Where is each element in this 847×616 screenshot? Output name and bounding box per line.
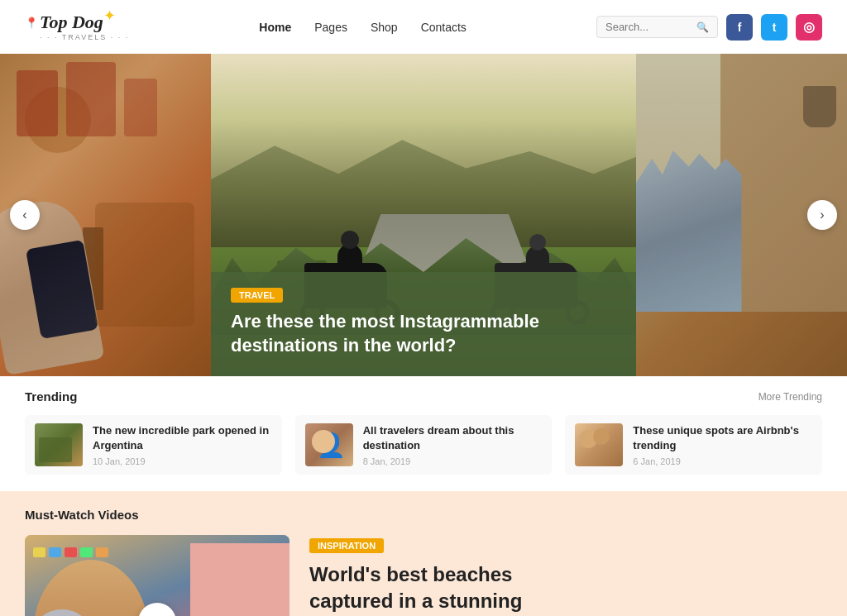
hero-caption: Travel Are these the most Instagrammable…: [211, 272, 636, 376]
trending-info-2: All travelers dream about this destinati…: [363, 423, 543, 466]
twitter-button[interactable]: t: [761, 14, 787, 41]
must-watch-content: ▶ Inspiration World's best beaches captu…: [25, 535, 822, 616]
logo-text: Top Dog: [40, 13, 103, 31]
more-trending-link[interactable]: More Trending: [758, 391, 822, 403]
main-nav: Home Pages Shop Contacts: [259, 21, 467, 34]
logo-pin-icon: 📍: [25, 17, 38, 29]
trending-date-2: 8 Jan, 2019: [363, 456, 543, 466]
trending-header: Trending More Trending: [25, 389, 822, 404]
trending-item-title-1: The new incredible park opened in Argent…: [93, 423, 272, 453]
hero-category-tag: Travel: [231, 288, 283, 303]
trending-item[interactable]: The new incredible park opened in Argent…: [25, 415, 282, 475]
logo[interactable]: 📍 Top Dog ✦ · · · TRAVELS · · ·: [25, 13, 129, 41]
chevron-left-icon: ‹: [22, 208, 26, 222]
facebook-button[interactable]: f: [726, 14, 753, 41]
video-info: Inspiration World's best beaches capture…: [309, 535, 822, 616]
trending-info-1: The new incredible park opened in Argent…: [93, 423, 272, 466]
trending-date-3: 6 Jan, 2019: [633, 456, 812, 466]
trending-title: Trending: [25, 389, 77, 404]
nav-pages[interactable]: Pages: [314, 21, 347, 34]
hero-slide-title: Are these the most Instagrammable destin…: [231, 309, 545, 358]
slider-next-button[interactable]: ›: [807, 200, 837, 230]
nav-home[interactable]: Home: [259, 21, 291, 34]
video-category-tag: Inspiration: [309, 538, 384, 553]
nav-shop[interactable]: Shop: [371, 21, 398, 34]
trending-info-3: These unique spots are Airbnb's trending…: [633, 423, 812, 466]
must-watch-title: Must-Watch Videos: [25, 508, 822, 522]
trending-items-list: The new incredible park opened in Argent…: [25, 415, 822, 475]
trending-item-3[interactable]: These unique spots are Airbnb's trending…: [565, 415, 822, 475]
header: 📍 Top Dog ✦ · · · TRAVELS · · · Home Pag…: [0, 0, 847, 54]
trending-thumb-1: [35, 423, 83, 466]
trending-thumb-2: [305, 423, 353, 466]
hero-slider: ‹: [0, 54, 847, 376]
header-right: 🔍 f t ◎: [596, 14, 822, 41]
logo-star-icon: ✦: [103, 7, 116, 25]
instagram-button[interactable]: ◎: [796, 14, 822, 41]
hero-main-slide: Travel Are these the most Instagrammable…: [211, 54, 636, 376]
must-watch-section: Must-Watch Videos ▶: [0, 491, 847, 616]
video-title: World's best beaches captured in a stunn…: [309, 561, 822, 616]
nav-contacts[interactable]: Contacts: [421, 21, 467, 34]
trending-item-title-3: These unique spots are Airbnb's trending: [633, 423, 812, 453]
logo-subtitle: · · · TRAVELS · · ·: [40, 33, 129, 41]
search-icon[interactable]: 🔍: [696, 21, 709, 33]
trending-item-title-2: All travelers dream about this destinati…: [363, 423, 543, 453]
trending-thumb-3: [575, 423, 623, 466]
trending-section: Trending More Trending The new incredibl…: [0, 376, 847, 491]
slider-prev-button[interactable]: ‹: [10, 200, 40, 230]
search-input[interactable]: [605, 21, 696, 33]
video-thumbnail[interactable]: ▶: [25, 535, 290, 616]
trending-item-2[interactable]: All travelers dream about this destinati…: [295, 415, 553, 475]
play-icon: ▶: [153, 613, 165, 616]
search-box: 🔍: [596, 16, 718, 38]
trending-date-1: 10 Jan, 2019: [93, 456, 272, 466]
chevron-right-icon: ›: [820, 208, 824, 222]
